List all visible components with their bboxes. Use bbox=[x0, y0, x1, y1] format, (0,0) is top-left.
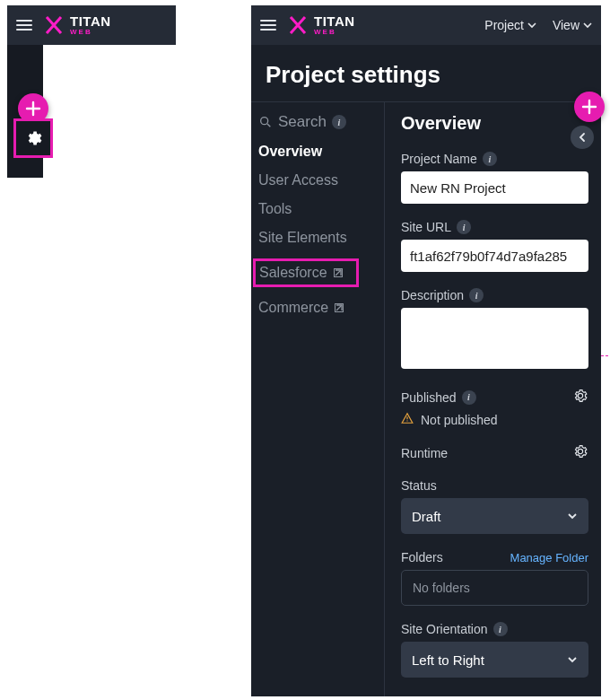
sidenav-item-tools[interactable]: Tools bbox=[258, 201, 377, 217]
sidenav-search-label: Search bbox=[278, 113, 327, 131]
section-title: Overview bbox=[401, 113, 588, 134]
description-label: Description bbox=[401, 288, 464, 302]
plus-icon bbox=[581, 99, 597, 115]
info-icon[interactable]: i bbox=[469, 288, 484, 302]
sidenav-item-salesforce[interactable]: Salesforce bbox=[253, 258, 359, 287]
chevron-down-icon bbox=[567, 654, 578, 665]
chevron-left-icon bbox=[577, 132, 588, 143]
sidenav-item-label: Tools bbox=[258, 201, 292, 217]
project-menu-label: Project bbox=[484, 18, 524, 32]
chevron-down-icon bbox=[567, 511, 578, 521]
logo: TITAN WEB bbox=[287, 14, 355, 36]
hamburger-icon[interactable] bbox=[260, 16, 278, 34]
chevron-down-icon bbox=[527, 21, 536, 30]
status-label: Status bbox=[401, 478, 437, 493]
gear-icon bbox=[572, 443, 588, 459]
project-name-input[interactable] bbox=[401, 171, 588, 204]
search-icon bbox=[258, 115, 273, 129]
view-menu[interactable]: View bbox=[553, 18, 592, 32]
guide-line bbox=[601, 355, 608, 356]
runtime-label: Runtime bbox=[401, 446, 448, 460]
external-link-icon bbox=[334, 302, 344, 313]
plus-icon bbox=[25, 101, 41, 117]
collapse-panel-button[interactable] bbox=[571, 126, 594, 149]
logo-text: TITAN bbox=[314, 14, 355, 28]
logo-sub: WEB bbox=[70, 29, 111, 36]
info-icon[interactable]: i bbox=[483, 152, 497, 166]
logo-mark-icon bbox=[43, 15, 65, 35]
site-url-input[interactable] bbox=[401, 240, 588, 272]
svg-point-0 bbox=[261, 118, 268, 125]
sidenav-item-label: Overview bbox=[258, 144, 322, 160]
topbar-left: TITAN WEB bbox=[7, 5, 176, 45]
view-menu-label: View bbox=[553, 18, 580, 32]
settings-form: Overview Project Name i Site URL i Descr… bbox=[385, 102, 601, 696]
sidenav-item-label: Site Elements bbox=[258, 230, 347, 246]
manage-folder-link[interactable]: Manage Folder bbox=[510, 551, 588, 564]
published-label: Published bbox=[401, 390, 457, 405]
status-select[interactable]: Draft bbox=[401, 498, 588, 534]
sidenav-item-site-elements[interactable]: Site Elements bbox=[258, 230, 377, 246]
info-icon[interactable]: i bbox=[332, 115, 346, 129]
published-status: Not published bbox=[421, 413, 498, 427]
folders-text: No folders bbox=[413, 581, 470, 595]
gear-icon bbox=[24, 129, 42, 147]
status-value: Draft bbox=[412, 509, 441, 524]
info-icon[interactable]: i bbox=[457, 220, 471, 234]
orientation-select[interactable]: Left to Right bbox=[401, 642, 588, 678]
orientation-label: Site Orientation bbox=[401, 622, 488, 636]
folders-value: No folders bbox=[401, 570, 588, 606]
svg-point-3 bbox=[406, 420, 407, 421]
project-menu[interactable]: Project bbox=[484, 18, 536, 32]
info-icon[interactable]: i bbox=[462, 390, 476, 405]
warning-icon bbox=[401, 412, 414, 427]
site-url-label: Site URL bbox=[401, 220, 451, 234]
sidenav-search[interactable]: Search i bbox=[258, 113, 377, 131]
topbar-right: TITAN WEB Project View bbox=[251, 5, 601, 45]
settings-sidenav: Search i Overview User Access Tools Site… bbox=[251, 102, 385, 696]
settings-button-highlight[interactable] bbox=[13, 118, 53, 158]
logo: TITAN WEB bbox=[43, 14, 111, 36]
page-title: Project settings bbox=[251, 45, 601, 101]
folders-label: Folders bbox=[401, 550, 443, 564]
sidenav-item-commerce[interactable]: Commerce bbox=[258, 300, 377, 316]
external-link-icon bbox=[333, 267, 344, 278]
runtime-settings-button[interactable] bbox=[572, 443, 588, 462]
gear-icon bbox=[572, 388, 588, 404]
description-input[interactable] bbox=[401, 308, 588, 369]
published-settings-button[interactable] bbox=[572, 388, 588, 407]
sidenav-item-overview[interactable]: Overview bbox=[258, 144, 377, 160]
sidenav-item-user-access[interactable]: User Access bbox=[258, 172, 377, 188]
project-name-label: Project Name bbox=[401, 152, 477, 166]
logo-mark-icon bbox=[287, 15, 309, 35]
sidenav-item-label: Commerce bbox=[258, 300, 328, 316]
orientation-value: Left to Right bbox=[412, 652, 484, 668]
logo-sub: WEB bbox=[314, 29, 355, 36]
sidenav-item-label: Salesforce bbox=[259, 265, 327, 281]
add-button[interactable] bbox=[574, 92, 605, 122]
chevron-down-icon bbox=[583, 21, 592, 30]
logo-text: TITAN bbox=[70, 14, 111, 28]
sidenav-item-label: User Access bbox=[258, 172, 338, 188]
info-icon[interactable]: i bbox=[493, 622, 508, 636]
hamburger-icon[interactable] bbox=[16, 16, 34, 34]
